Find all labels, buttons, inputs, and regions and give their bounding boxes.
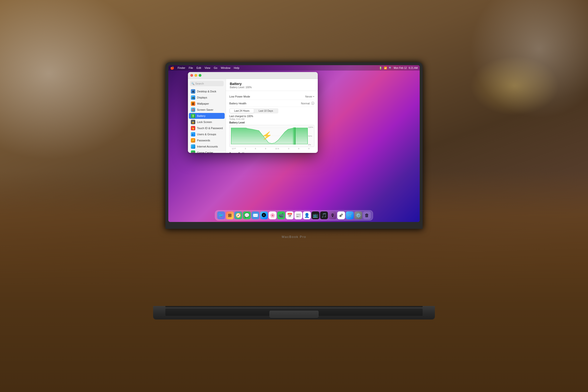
wifi-icon: 📶 [384,67,387,69]
low-power-chevron-icon: ▾ [313,95,314,98]
chart-x-labels: 12 P 3 6 9 12 A 3 6 9 [229,147,314,150]
battery-menubar-icon: 🔋 [379,67,382,69]
sidebar-label-displays: Displays [197,96,207,99]
passwords-icon-sidebar: 🔑 [191,138,195,142]
screen-bezel: 🍎 Finder File Edit View Go Window Help 🔋… [166,62,422,229]
sidebar-item-touch-id[interactable]: 👆 Touch ID & Password [189,125,225,131]
menubar: 🍎 Finder File Edit View Go Window Help 🔋… [168,65,420,70]
sidebar-list: 🖥 Desktop & Dock 📺 Displays 🖼 Wallpaper [188,88,226,153]
dock-icon-appstore[interactable]: 🅐 [260,212,268,219]
sidebar-label-lock-screen: Lock Screen [197,120,212,124]
system-preferences-window: 🔍 Search 🖥 Desktop & Dock 📺 Disp [188,72,318,153]
screen-on-label: Screen On Usage [229,152,250,153]
panel-header: Battery Battery Level: 100% [226,79,318,91]
dock-icon-sysprefs[interactable]: ⚙️ [354,212,362,219]
apple-menu[interactable]: 🍎 [170,66,174,70]
menu-go[interactable]: Go [214,66,218,69]
menu-edit[interactable]: Edit [196,66,201,69]
battery-chart-svg: ⚡ [230,125,314,147]
sidebar-label-internet-accounts: Internet Accounts [197,145,218,148]
low-power-mode-label: Low Power Mode [229,95,250,98]
sidebar-label-touch-id: Touch ID & Password [197,127,223,130]
time-period-tabs: Last 24 Hours Last 10 Days [229,108,278,114]
window-titlebar [188,72,318,79]
sidebar-label-game-center: Game Center [197,151,213,153]
last-charged-label: Last charged to 100% [229,115,314,118]
dock-icon-contacts[interactable]: 👤 [303,212,311,219]
screen: 🍎 Finder File Edit View Go Window Help 🔋… [168,65,420,222]
dock-icon-mail[interactable]: ✉️ [252,212,260,219]
menu-file[interactable]: File [189,66,193,69]
traffic-lights [190,74,202,77]
menubar-right: 🔋 📶 🔍 Mon Feb 12 6:21 AM [379,67,418,69]
dock-icon-news2[interactable]: 🗞 [337,212,345,219]
dock: 🐦 ⊞ 🧭 💬 ✉️ 🅐 🌸 📹 📅 📰 👤 📺 🎵 🎙 🗞 🛒 ⚙️ 🗑 [215,210,373,220]
trackpad[interactable] [270,311,318,318]
close-button[interactable] [190,74,193,77]
dock-icon-safari[interactable]: 🧭 [234,212,242,219]
dock-icon-music[interactable]: 🎵 [320,212,328,219]
sidebar-item-desktop-dock[interactable]: 🖥 Desktop & Dock [189,88,225,94]
sidebar-item-displays[interactable]: 📺 Displays [189,94,225,100]
screen-on-row: Screen On Usage 60m [229,151,314,153]
touchid-icon-sidebar: 👆 [191,126,195,130]
dock-icon-tv[interactable]: 📺 [312,212,320,219]
internet-icon-sidebar: 🌐 [191,144,195,149]
dock-icon-podcasts[interactable]: 🎙 [329,212,337,219]
sidebar-item-lock-screen[interactable]: 🔒 Lock Screen [189,119,225,125]
x-label-3a: 3 [288,148,289,150]
lockscreen-icon-sidebar: 🔒 [191,120,195,124]
dock-icon-trash[interactable]: 🗑 [363,212,371,219]
dock-icon-launchpad[interactable]: ⊞ [226,212,234,219]
battery-health-row: Battery Health Normal ℹ [229,100,314,107]
sidebar-item-passwords[interactable]: 🔑 Passwords [189,138,225,143]
sidebar-item-battery[interactable]: 🔋 Battery [189,113,225,119]
tab-last-10-days[interactable]: Last 10 Days [254,109,278,113]
laptop-base [153,306,435,320]
menubar-left: 🍎 Finder File Edit View Go Window Help [170,66,379,70]
info-icon[interactable]: ℹ [311,102,314,105]
window-content: 🔍 Search 🖥 Desktop & Dock 📺 Disp [188,79,318,153]
dock-icon-news[interactable]: 📰 [294,212,302,219]
last-charged-time: Today, 9:41 AM [229,118,314,120]
search-bar[interactable]: 🔍 Search [190,81,224,86]
dock-icon-facetime[interactable]: 📹 [277,212,285,219]
search-menubar-icon[interactable]: 🔍 [389,67,392,69]
menu-window[interactable]: Window [221,66,230,69]
low-power-mode-row: Low Power Mode Never ▾ [229,93,314,100]
sidebar-item-wallpaper[interactable]: 🖼 Wallpaper [189,101,225,106]
sidebar-item-game-center[interactable]: 🎮 Game Center [189,150,225,153]
x-label-6a: 6 [298,148,299,150]
chart-y-labels: 100% 50% 0% [308,125,313,147]
sidebar-item-users-groups[interactable]: 👥 Users & Groups [189,131,225,137]
minimize-button[interactable] [194,74,197,77]
search-icon: 🔍 [191,82,194,85]
battery-chart-area: 100% 50% 0% [229,125,314,147]
dock-icon-messages[interactable]: 💬 [243,212,251,219]
x-label-9a: 9 [308,148,310,150]
dock-icon-appstore2[interactable]: 🛒 [346,212,354,219]
battery-chart-container: Battery Level 100% 50% 0% [229,121,314,150]
panel-subtitle: Battery Level: 100% [230,86,314,89]
panel-title: Battery [230,82,314,86]
battery-chart-title: Battery Level [229,121,314,124]
sidebar-item-internet-accounts[interactable]: 🌐 Internet Accounts [189,144,225,150]
sidebar-item-screensaver[interactable]: ⭕ Screen Saver [189,107,225,113]
menu-help[interactable]: Help [234,66,239,69]
y-label-100: 100% [308,126,313,128]
wallpaper-icon-sidebar: 🖼 [191,102,195,106]
dock-icon-photos[interactable]: 🌸 [269,212,276,219]
battery-health-label: Battery Health [229,102,246,105]
tab-last-24-hours[interactable]: Last 24 Hours [230,109,254,113]
battery-main-panel: Battery Battery Level: 100% Low Power Mo… [226,79,318,153]
screen-on-value: 60m [310,153,314,153]
dock-icon-finder[interactable]: 🐦 [217,212,225,219]
laptop-hinge [166,306,422,308]
dock-icon-calendar[interactable]: 📅 [286,212,294,219]
display-icon-sidebar: 📺 [191,95,195,100]
menu-view[interactable]: View [204,66,210,69]
menu-finder[interactable]: Finder [178,66,185,69]
low-power-mode-value[interactable]: Never ▾ [305,95,314,98]
x-label-6: 6 [255,148,256,150]
maximize-button[interactable] [199,74,202,77]
